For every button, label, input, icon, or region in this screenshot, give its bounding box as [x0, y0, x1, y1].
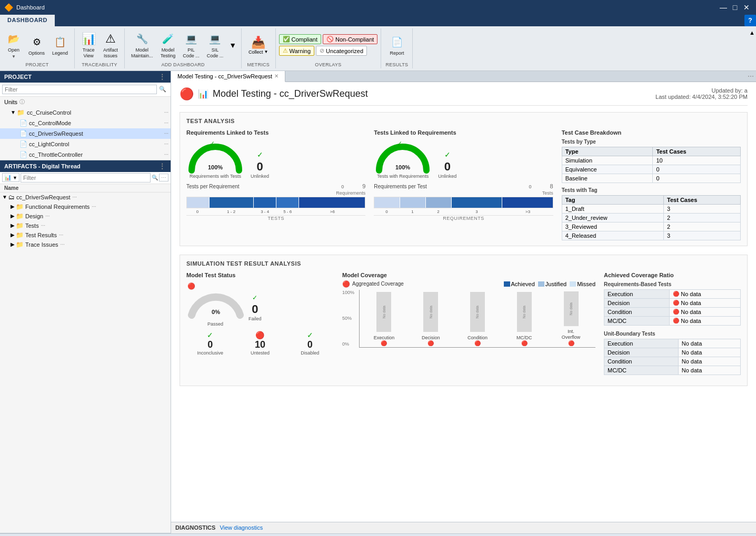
pil-code-button[interactable]: 💻 PILCode ...	[180, 29, 203, 61]
trace-view-button[interactable]: 📊 TraceView	[78, 29, 99, 61]
open-dropdown[interactable]: ▼	[12, 54, 16, 59]
test-results-expand-icon[interactable]: ▶	[11, 232, 15, 238]
dec-no-data-label: No data	[681, 300, 701, 306]
pil-code-icon: 💻	[184, 32, 198, 46]
compliant-button[interactable]: ✅ Compliant	[279, 34, 322, 44]
root-expand-icon[interactable]: ▼	[2, 194, 7, 200]
options-button[interactable]: ⚙ Options	[25, 33, 48, 58]
int-overflow-bar-label: Int.Overflow	[562, 329, 581, 340]
maximize-button[interactable]: □	[730, 2, 740, 13]
dashboard-title-row: 🔴 📊 Model Testing - cc_DriverSwRequest	[180, 87, 368, 101]
artifacts-sidebar-header[interactable]: ARTIFACTS - Digital Thread ⋮	[0, 160, 171, 172]
title-bar: 🔶 Dashboard — □ ✕	[0, 0, 756, 15]
project-filter-input[interactable]	[2, 85, 157, 94]
view-dropdown[interactable]: ▼	[13, 175, 17, 180]
mcdc-nodata-bar: No data	[502, 290, 546, 334]
root-more[interactable]: ···	[71, 194, 77, 200]
coverage-chart-area: 100% 50% 0%	[342, 290, 595, 358]
tree-item-more-2[interactable]: ···	[162, 130, 168, 136]
file-icon-1: 📄	[19, 119, 27, 127]
artifacts-more-icon[interactable]: ⋮	[158, 163, 166, 170]
artifacts-view-selector[interactable]: 📊 ▼	[2, 173, 19, 182]
unit-boundary-tests-title: Unit-Boundary Tests	[604, 331, 741, 337]
req-based-tests-table: Execution 🔴 No data Dec	[604, 289, 741, 326]
add-dashboard-group-label: ADD DASHBOARD	[161, 61, 204, 67]
tree-item-cc-throttle[interactable]: 📄 cc_ThrottleController ···	[0, 149, 171, 160]
collect-button[interactable]: 📥 Collect ▼	[245, 34, 272, 56]
artifacts-filter-icon[interactable]: 🔍	[152, 175, 158, 180]
tree-item-more-4[interactable]: ···	[162, 151, 168, 157]
more-dash-button[interactable]: ▼	[227, 39, 238, 51]
tab-close-icon[interactable]: ✕	[274, 73, 278, 79]
model-testing-button[interactable]: 🧪 ModelTesting	[157, 29, 179, 61]
ribbon-scroll-up[interactable]: ▲	[748, 28, 756, 68]
decision-bar-label: Decision	[422, 335, 440, 340]
artifact-item-functional[interactable]: ▶ 📁 Functional Requirements ···	[0, 202, 171, 211]
model-testing-tab[interactable]: Model Testing - cc_DriverSwRequest ✕	[171, 71, 285, 82]
tests-icon: 📁	[16, 222, 24, 229]
help-button[interactable]: ?	[744, 15, 756, 26]
cond-no-data-label: No data	[681, 309, 701, 315]
open-button[interactable]: 📂 Open ▼	[3, 29, 24, 61]
simulation-count: 10	[653, 156, 741, 165]
tree-item-cc-driver-sw-request[interactable]: 📄 cc_DriverSwRequest ···	[0, 128, 171, 139]
artifacts-filter-input[interactable]	[21, 173, 151, 183]
tree-item-more-0[interactable]: ···	[162, 109, 168, 115]
legend-button[interactable]: 📋 Legend	[49, 33, 71, 58]
tree-expand-icon[interactable]: ▼	[11, 109, 16, 115]
unit-boundary-tests-table: Execution No data Decision No data Condi…	[604, 339, 741, 375]
tests-more[interactable]: ···	[39, 223, 45, 228]
test-results-more[interactable]: ···	[57, 232, 63, 238]
close-button[interactable]: ✕	[741, 2, 752, 13]
project-more-icon[interactable]: ⋮	[158, 73, 166, 80]
tests-expand-icon[interactable]: ▶	[11, 223, 15, 228]
table-row: Decision 🔴 No data	[604, 298, 741, 307]
tree-item-cc-light-control[interactable]: 📄 cc_LightControl ···	[0, 139, 171, 149]
test-analysis-section: TEST ANALYSIS Requirements Linked to Tes…	[180, 112, 748, 246]
view-diagnostics-link[interactable]: View diagnostics	[220, 524, 263, 531]
content-area-more[interactable]: ⋯	[745, 72, 756, 81]
tree-item-cc-cruise-control[interactable]: ▼ 📁 cc_CruiseControl ···	[0, 107, 171, 118]
dec-req-label: Decision	[604, 298, 670, 307]
report-button[interactable]: 📄 Report	[386, 33, 407, 58]
tab-dashboard[interactable]: DASHBOARD	[0, 15, 55, 26]
artifact-item-trace-issues[interactable]: ▶ 📁 Trace Issues ···	[0, 240, 171, 249]
tree-item-cc-control-mode[interactable]: 📄 cc_ControlMode ···	[0, 118, 171, 128]
collect-dropdown-icon[interactable]: ▼	[264, 49, 268, 54]
cond-req-label: Condition	[604, 307, 670, 316]
table-row: 2_Under_review 2	[562, 213, 740, 222]
artifact-issues-button[interactable]: ⚠ ArtifactIssues	[100, 29, 121, 61]
tree-item-more-3[interactable]: ···	[162, 141, 168, 147]
table-row: MC/DC 🔴 No data	[604, 316, 741, 325]
artifact-item-design[interactable]: ▶ 📁 Design ···	[0, 211, 171, 221]
tree-item-more-1[interactable]: ···	[162, 120, 168, 126]
artifact-item-root[interactable]: ▼ 🗂 cc_DriverSwRequest ···	[0, 193, 171, 202]
non-compliant-button[interactable]: 🚫 Non-Compliant	[323, 34, 377, 44]
functional-expand-icon[interactable]: ▶	[11, 204, 15, 209]
design-expand-icon[interactable]: ▶	[11, 213, 15, 219]
cc-driver-sw-label: cc_DriverSwRequest	[29, 130, 162, 137]
trace-issues-expand-icon[interactable]: ▶	[11, 241, 15, 247]
trace-issues-more[interactable]: ···	[58, 241, 65, 247]
minimize-button[interactable]: —	[718, 2, 729, 13]
non-compliant-icon: 🚫	[326, 36, 334, 43]
project-buttons: 📂 Open ▼ ⚙ Options 📋 Legend	[3, 29, 71, 61]
inconclusive-icon: ✓	[186, 331, 234, 339]
rpt-bar-0	[374, 197, 400, 208]
functional-more[interactable]: ···	[89, 204, 96, 209]
tests-unlinked-num: 0	[438, 160, 456, 174]
sim-analysis-section: SIMULATION TEST RESULT ANALYSIS Model Te…	[180, 255, 748, 386]
model-test-status-title: Model Test Status	[186, 272, 334, 278]
traceability-buttons: 📊 TraceView ⚠ ArtifactIssues	[78, 29, 121, 61]
traceability-group-label: TRACEABILITY	[82, 61, 117, 67]
warning-button[interactable]: ⚠ Warning	[279, 46, 315, 56]
sil-code-button[interactable]: 💻 SILCode ...	[204, 29, 227, 61]
artifact-item-tests[interactable]: ▶ 📁 Tests ···	[0, 221, 171, 230]
model-maintain-button[interactable]: 🔧 ModelMaintain...	[128, 29, 156, 61]
uncategorized-button[interactable]: ⊘ Uncategorized	[316, 46, 367, 56]
artifacts-options-icon[interactable]: ⋯	[159, 174, 168, 181]
design-more[interactable]: ···	[43, 213, 49, 219]
project-sidebar-header[interactable]: PROJECT ⋮	[0, 71, 171, 83]
diagnostics-label: DIAGNOSTICS	[175, 524, 215, 531]
artifact-item-test-results[interactable]: ▶ 📁 Test Results ···	[0, 230, 171, 240]
